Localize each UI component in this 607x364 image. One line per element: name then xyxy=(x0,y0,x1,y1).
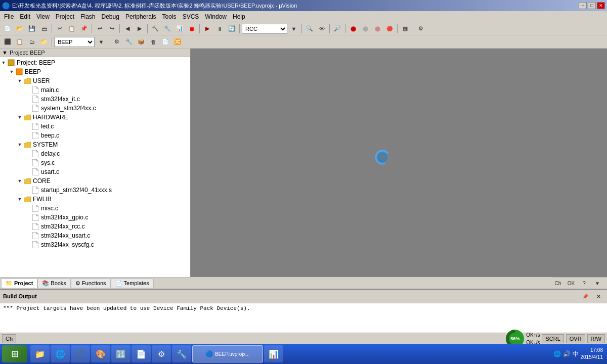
paste-button[interactable]: 📌 xyxy=(78,23,90,34)
tree-item-hardware[interactable]: ▼HARDWARE xyxy=(0,113,190,122)
tree-item-core[interactable]: ▼CORE xyxy=(0,176,190,186)
tree-item-delay-c[interactable]: delay.c xyxy=(0,149,190,158)
view-toggle[interactable]: 👁 xyxy=(316,23,327,34)
build-pin-button[interactable]: 📌 xyxy=(580,291,591,302)
menu-debug[interactable]: Debug xyxy=(99,12,122,21)
tree-item-beep-c[interactable]: beep.c xyxy=(0,131,190,140)
target-select-arrow[interactable]: ▼ xyxy=(288,23,299,34)
zoom-button[interactable]: 🔎 xyxy=(332,23,343,34)
helper-help-button[interactable]: ? xyxy=(579,278,590,289)
clean-target[interactable]: 🗑 xyxy=(148,36,159,48)
copy-button[interactable]: 📋 xyxy=(66,23,77,34)
tree-item-system[interactable]: ▼SYSTEM xyxy=(0,140,190,149)
tree-item-stm32f4xx-rcc[interactable]: stm32f4xx_rcc.c xyxy=(0,222,190,231)
taskbar-ppt[interactable]: 📊 xyxy=(264,345,283,362)
tree-item-led-c[interactable]: led.c xyxy=(0,122,190,131)
tree-item-main-c[interactable]: main.c xyxy=(0,85,190,95)
tree-item-stm32f4xx-gpio[interactable]: stm32f4xx_gpio.c xyxy=(0,213,190,222)
tree-item-misc-c[interactable]: misc.c xyxy=(0,204,190,213)
tree-item-stm32f4xx-syscfg[interactable]: stm32f4xx_syscfg.c xyxy=(0,240,190,249)
taskbar-uvision[interactable]: 🔵 BEEP.uvprojx... xyxy=(192,345,263,362)
copy-files[interactable]: 📄 xyxy=(160,36,171,48)
taskbar-settings[interactable]: ⚙ xyxy=(152,345,171,362)
save-all-button[interactable]: 🗃 xyxy=(38,23,50,34)
tree-toggle[interactable]: ▼ xyxy=(16,177,23,185)
start-button[interactable]: ⊞ xyxy=(2,345,27,362)
taskbar-pdf[interactable]: 📄 xyxy=(132,345,151,362)
close-button[interactable]: ✕ xyxy=(597,2,605,9)
menu-peripherals[interactable]: Peripherals xyxy=(122,12,159,21)
target-options[interactable]: ⚙ xyxy=(111,36,122,48)
tray-clock[interactable]: 17:08 2015/4/11 xyxy=(581,347,603,361)
target-select[interactable]: RCC xyxy=(242,24,287,34)
build-close-button[interactable]: ✕ xyxy=(593,291,604,302)
undo-button[interactable]: ↩ xyxy=(94,23,105,34)
debug-start-button[interactable]: ▶ xyxy=(202,23,213,34)
cut-button[interactable]: ✂ xyxy=(54,23,65,34)
menu-svcs[interactable]: SVCS xyxy=(180,12,202,21)
panel-expand-icon[interactable]: ▼ xyxy=(2,50,8,56)
tree-toggle[interactable]: ▼ xyxy=(8,68,15,75)
tb2-btn1[interactable]: ⬛ xyxy=(2,36,13,48)
tree-toggle[interactable]: ▼ xyxy=(0,59,7,66)
tb2-btn2[interactable]: 📋 xyxy=(14,36,25,48)
tb2-btn3[interactable]: 🗂 xyxy=(26,36,37,48)
tree-item-stm32f4xx-it[interactable]: stm32f4xx_it.c xyxy=(0,95,190,104)
tree-item-user[interactable]: ▼USER xyxy=(0,76,190,85)
tab-project[interactable]: 📁 Project xyxy=(1,279,37,288)
pack-installer[interactable]: 📦 xyxy=(136,36,147,48)
menu-project[interactable]: Project xyxy=(53,12,77,21)
helper-extra-button[interactable]: ▼ xyxy=(592,278,603,289)
tree-item-system-stm32[interactable]: system_stm32f4xx.c xyxy=(0,104,190,113)
inspect-button[interactable]: 🔍 xyxy=(304,23,315,34)
maximize-button[interactable]: □ xyxy=(588,2,596,9)
tree-toggle[interactable]: ▼ xyxy=(16,141,23,148)
menu-flash[interactable]: Flash xyxy=(77,12,98,21)
settings-button[interactable]: ⚙ xyxy=(415,23,426,34)
stop-button[interactable]: ⏹ xyxy=(186,23,197,34)
build-target-select[interactable]: BEEP xyxy=(54,37,95,47)
tab-templates[interactable]: 📄 Templates xyxy=(111,279,154,288)
taskbar-ie[interactable]: 🌐 xyxy=(51,345,70,362)
breakpoint-manage[interactable]: 🔴 xyxy=(384,23,395,34)
menu-help[interactable]: Help xyxy=(230,12,248,21)
rebuild-button[interactable]: 🔧 xyxy=(162,23,173,34)
tree-item-stm32f4xx-usart[interactable]: stm32f4xx_usart.c xyxy=(0,231,190,240)
menu-tools[interactable]: Tools xyxy=(159,12,180,21)
menu-window[interactable]: Window xyxy=(202,12,230,21)
menu-extra[interactable]: ▦ xyxy=(400,23,411,34)
helper-ch-button[interactable]: Ch xyxy=(552,278,563,289)
tray-volume[interactable]: 🔊 xyxy=(563,350,571,357)
taskbar-explorer[interactable]: 📁 xyxy=(30,345,50,362)
tree-toggle[interactable]: ▼ xyxy=(16,196,23,203)
debug-stop-button[interactable]: ⏸ xyxy=(214,23,225,34)
tree-item-project-beep[interactable]: ▼Project: BEEP xyxy=(0,58,190,67)
menu-view[interactable]: View xyxy=(33,12,53,21)
nav-fwd-button[interactable]: ▶ xyxy=(134,23,145,34)
tray-network[interactable]: 🌐 xyxy=(553,350,561,357)
tab-books[interactable]: 📚 Books xyxy=(37,279,71,288)
redo-button[interactable]: ↪ xyxy=(106,23,117,34)
tree-item-sys-c[interactable]: sys.c xyxy=(0,158,190,167)
tree-item-beep[interactable]: ▼BEEP xyxy=(0,67,190,76)
tab-functions[interactable]: ⚙ Functions xyxy=(71,279,111,288)
taskbar-calc[interactable]: 🔢 xyxy=(111,345,131,362)
new-file-button[interactable]: 📄 xyxy=(2,23,13,34)
minimize-button[interactable]: − xyxy=(579,2,587,9)
tray-input[interactable]: 中 xyxy=(573,350,579,358)
taskbar-tools[interactable]: 🔧 xyxy=(172,345,191,362)
tree-item-startup-s[interactable]: startup_stm32f40_41xxx.s xyxy=(0,186,190,195)
build-button[interactable]: 🔨 xyxy=(150,23,161,34)
menu-edit[interactable]: Edit xyxy=(17,12,33,21)
breakpoint-clear[interactable]: ⬤ xyxy=(360,23,371,34)
tb2-btn4[interactable]: 📁 xyxy=(38,36,50,48)
save-button[interactable]: 💾 xyxy=(26,23,37,34)
reset-button[interactable]: 🔄 xyxy=(226,23,237,34)
taskbar-paint[interactable]: 🎨 xyxy=(91,345,110,362)
nav-back-button[interactable]: ◀ xyxy=(122,23,133,34)
manage-components[interactable]: 🔧 xyxy=(123,36,135,48)
breakpoint-red[interactable]: ⬤ xyxy=(348,23,359,34)
taskbar-media[interactable]: 🎵 xyxy=(71,345,90,362)
helper-ok-button[interactable]: OK xyxy=(566,278,577,289)
open-map-button[interactable]: 📊 xyxy=(174,23,185,34)
